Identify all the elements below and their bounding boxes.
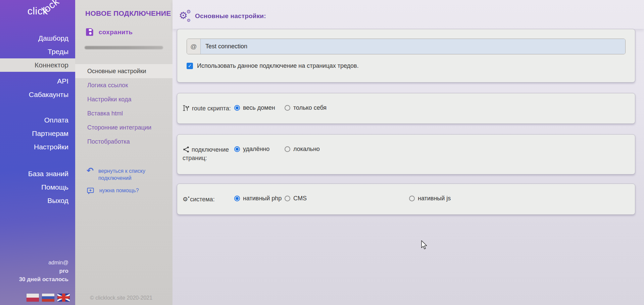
flag-poland-icon[interactable] [27,294,39,302]
sidebar-item-knowledge-base[interactable]: База знаний [0,167,75,181]
radio-option-cms[interactable]: CMS [285,195,409,202]
radio-option-label: удалённо [243,146,269,153]
sidebar-item-threads[interactable]: Треды [0,45,75,58]
connection-name-card: @ Использовать данное подключение на стр… [177,29,635,83]
panel-menu: Основные настройки Логика ссылок Настрой… [75,64,172,149]
use-on-threads-row: Использовать данное подключение на стран… [187,62,626,69]
radio-unselected-icon[interactable] [409,196,415,201]
panel-menu-item-postprocessing[interactable]: Постобработка [75,135,172,149]
route-setting-text: route скрипта: [192,105,231,112]
radio-option-native-js[interactable]: нативный js [409,195,451,202]
add-comment-icon [87,187,95,195]
language-switcher [27,294,70,302]
sidebar-item-payment[interactable]: Оплата [0,113,75,127]
panel-menu-item-basic-settings[interactable]: Основные настройки [75,64,172,78]
app-root: { "app": { "logo": { "part1": "click", "… [0,0,644,305]
panel-menu-item-link-logic[interactable]: Логика ссылок [75,78,172,92]
radio-option-label: весь домен [243,104,275,111]
use-on-threads-label: Использовать данное подключение на стран… [197,62,359,69]
gears-icon: ⚙⚙⚙ [179,10,191,22]
route-split-icon [183,104,190,112]
radio-option-local[interactable]: локально [285,146,409,153]
copyright-footer: © clicklock.site 2020-2021 [90,295,152,301]
radio-option-label: нативный js [418,195,451,202]
back-link-label: вернуться к списку подключений [98,167,154,182]
flag-russia-icon[interactable] [42,294,54,302]
floppy-disk-icon [85,28,94,37]
share-icon [183,146,190,153]
undo-arrow-icon: ↶ [87,167,94,174]
panel-links: ↶ вернуться к списку подключений нужна п… [75,167,172,195]
radio-option-label: CMS [293,195,307,202]
pages-connection-card: подключение страниц: удалённо локально [177,134,635,174]
route-setting-label: route скрипта: [183,104,234,113]
panel-title: НОВОЕ ПОДКЛЮЧЕНИЕ [85,9,172,17]
sidebar-item-api[interactable]: API [0,74,75,88]
need-help-link[interactable]: нужна помощь? [75,187,172,195]
radio-option-only-self[interactable]: только себя [285,104,409,111]
radio-option-label: только себя [293,104,327,111]
save-button[interactable]: сохранить [85,28,172,37]
panel-menu-item-integrations[interactable]: Сторонние интеграции [75,120,172,135]
at-sign-icon: @ [187,39,201,54]
radio-option-label: локально [293,146,320,153]
back-to-connections-link[interactable]: ↶ вернуться к списку подключений [75,167,172,182]
account-email: admin@ [19,258,68,267]
sidebar-item-partners[interactable]: Партнерам [0,127,75,140]
system-setting-card: ⚙✦система: нативный php CMS нативный js [177,184,635,215]
system-setting-text: система: [190,196,215,203]
sidebar-item-dashboard[interactable]: Дашборд [0,32,75,45]
sidebar-item-help[interactable]: Помощь [0,181,75,194]
system-setting-label: ⚙✦система: [183,195,234,204]
radio-option-native-php[interactable]: нативный php [234,195,285,202]
radio-unselected-icon[interactable] [285,105,290,111]
panel-menu-item-html-insert[interactable]: Вставка html [75,106,172,120]
account-days-left: 30 дней осталось [19,275,68,284]
panel-divider [85,46,163,49]
connection-name-group: @ [187,39,626,54]
radio-selected-icon[interactable] [234,146,240,152]
account-info: admin@ pro 30 дней осталось [19,258,68,284]
gear-sparkle-icon: ⚙✦ [183,196,188,203]
pages-setting-label: подключение страниц: [183,146,234,162]
help-link-label: нужна помощь? [99,187,155,194]
sidebar-item-settings[interactable]: Настройки [0,140,75,154]
radio-option-label: нативный php [243,195,282,202]
panel-menu-item-code-settings[interactable]: Настройки кода [75,92,172,106]
sidebar-item-subaccounts[interactable]: Сабакаунты [0,88,75,101]
connection-panel: НОВОЕ ПОДКЛЮЧЕНИЕ сохранить Основные нас… [75,0,172,305]
sidebar-item-logout[interactable]: Выход [0,194,75,207]
mouse-cursor [421,240,429,250]
radio-unselected-icon[interactable] [285,196,290,201]
sidebar-item-connector[interactable]: Коннектор [0,58,75,72]
connection-name-input[interactable] [201,39,625,54]
account-plan-badge: pro [19,267,68,275]
flag-uk-icon[interactable] [57,294,70,302]
use-on-threads-checkbox[interactable] [187,63,193,69]
radio-selected-icon[interactable] [234,196,240,201]
radio-unselected-icon[interactable] [285,146,290,152]
radio-selected-icon[interactable] [234,105,240,111]
sidebar: clicklock Дашборд Треды Коннектор API Са… [0,0,75,305]
radio-option-remote[interactable]: удалённо [234,146,285,153]
page-title: Основные настройки: [195,12,266,20]
save-button-label: сохранить [99,29,133,36]
main-header: ⚙⚙⚙ Основные настройки: [172,0,644,29]
route-setting-card: route скрипта: весь домен только себя [177,93,635,124]
main-content: ⚙⚙⚙ Основные настройки: @ Использовать д… [172,0,644,305]
sidebar-nav: Дашборд Треды Коннектор API Сабакаунты О… [0,0,75,207]
radio-option-whole-domain[interactable]: весь домен [234,104,285,111]
